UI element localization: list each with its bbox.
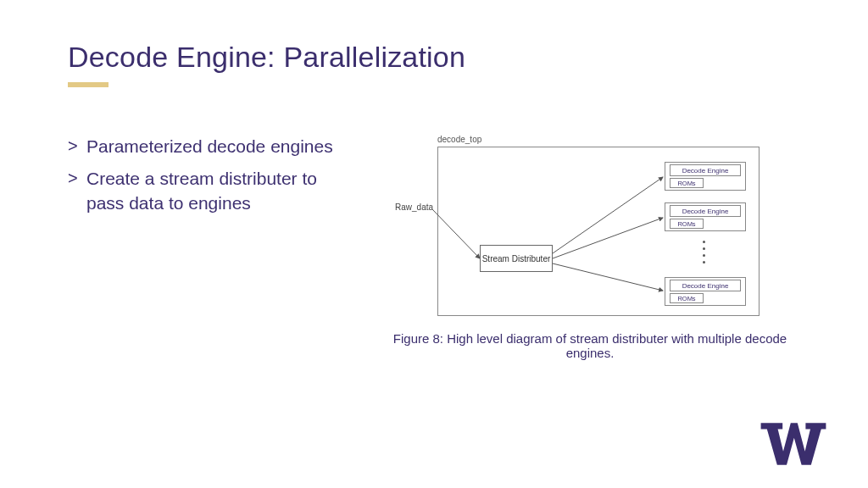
figure: decode_top Raw_data Stream Distributer [373, 135, 807, 360]
slide-title: Decode Engine: Parallelization [68, 41, 807, 74]
figure-caption: Figure 8: High level diagram of stream d… [373, 331, 807, 360]
decode-engine-label: Decode Engine [670, 205, 741, 217]
ellipsis-dots [702, 236, 705, 274]
decode-engine-label: Decode Engine [670, 280, 741, 291]
stream-distributor-box: Stream Distributer [480, 245, 553, 272]
diagram-container-label: decode_top [437, 135, 481, 144]
accent-bar [68, 82, 108, 87]
decode-engine-group: Decode Engine ROMs [665, 162, 746, 191]
diagram: decode_top Raw_data Stream Distributer [398, 135, 763, 321]
bullet-item: Create a stream distributer to pass data… [68, 167, 353, 215]
uw-logo-icon [760, 420, 827, 468]
slide: Decode Engine: Parallelization Parameter… [0, 0, 868, 488]
roms-label: ROMs [670, 293, 704, 303]
bullet-list: Parameterized decode engines Create a st… [68, 135, 373, 360]
decode-engine-label: Decode Engine [670, 164, 741, 176]
bullet-item: Parameterized decode engines [68, 135, 353, 158]
roms-label: ROMs [670, 178, 704, 188]
input-label: Raw_data [395, 202, 433, 212]
decode-engine-group: Decode Engine ROMs [665, 202, 746, 231]
decode-engine-group: Decode Engine ROMs [665, 277, 746, 306]
content-row: Parameterized decode engines Create a st… [68, 135, 807, 360]
roms-label: ROMs [670, 219, 704, 229]
